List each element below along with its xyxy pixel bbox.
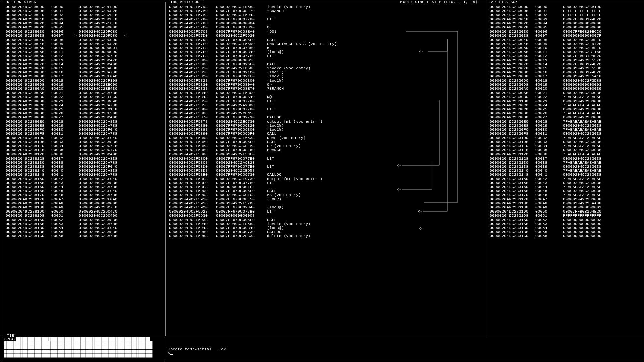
return-stack-row: 000002049C28819800051000002049C2DC400 xyxy=(6,214,162,218)
arith-stack-row: 000002049C2830180000300007FFB0B194E20 xyxy=(490,17,642,21)
return-stack-row: 000002049C28815000042000002049C2CF040 xyxy=(6,177,162,181)
arith-stack-row: 000002049C28306800013000002049C2F5578 xyxy=(490,58,642,62)
arith-stack-row: 000002049C28303800007000000000000007F xyxy=(490,34,642,38)
return-stack-panel: RETURN STACK 000002049C28800000000000002… xyxy=(2,2,165,336)
return-stack-row: 000002049C28812800037000002049C2CA838 xyxy=(6,157,162,161)
threaded-code-row: 000002049C2F5908000002049C2CC1C8MS (voc … xyxy=(169,193,482,197)
arith-stack-row: 000002049C283120000367FAEAEAEAEAEAEAE xyxy=(490,152,642,156)
arith-stack-row: 000002049C2830600001200007FFB0B194E20 xyxy=(490,54,642,58)
threaded-code-row: 000002049C2F5898000002049C2E6538DUMP (vo… xyxy=(169,136,482,140)
threaded-code-row: 000002049C2F57D800007FF670C096F0CALL xyxy=(169,38,482,42)
mode-label: MODE: SINGLE-STEP (F10, F11, F5) xyxy=(399,0,479,4)
arith-stack-row: 000002049C2830B0000227FAEAEAEAEAEAEAE xyxy=(490,95,642,99)
console-panel[interactable]: locate test-serial ...ok > xyxy=(165,336,644,360)
cursor-icon xyxy=(170,354,173,355)
threaded-code-row: 000002049C2F587000007FF670C09730CALLOC xyxy=(169,115,482,119)
arith-stack-row: 000002049C2831A0000520000000000000003 xyxy=(490,218,642,222)
return-stack-row: 000002049C28804000008000002049C29C000 xyxy=(6,38,162,42)
return-stack-row: 000002049C28808800017000002049C2CF040 xyxy=(6,74,162,78)
arith-stack-row: 000002049C283100000327FAEAEAEAEAEAEAE xyxy=(490,136,642,140)
arith-stack-row: 000002049C2830D800027000002049C283038 xyxy=(490,115,642,119)
return-stack-row: 000002049C28803800007->000002049C2DF580< xyxy=(6,34,162,38)
threaded-code-header: THREADED CODE xyxy=(169,0,203,4)
arith-stack-row: 000002049C2830F800031000002049C283038 xyxy=(490,132,642,136)
threaded-code-row: 000002049C2F59300000000000000008 xyxy=(169,214,482,218)
return-stack-row: 000002049C2880D800027000002049C2DC400 xyxy=(6,115,162,119)
threaded-code-row: 000002049C2F582000007FF670C091E0(loc2!) xyxy=(169,74,482,78)
threaded-code-row: 000002049C2F57A8000002049C2F5948 xyxy=(169,13,482,17)
threaded-code-row: 000002049C2F58C000007FF670C077B0LIT xyxy=(169,157,482,161)
threaded-code-panel: THREADED CODE MODE: SINGLE-STEP (F10, F1… xyxy=(165,2,486,336)
arith-stack-row: 000002049C28308800017000002049C2F5418 xyxy=(490,74,642,78)
return-stack-row: 000002049C28817000046000002049C2CA788 xyxy=(6,193,162,197)
return-stack-row: 000002049C2881C000056000002049C2CA788 xyxy=(6,234,162,238)
return-stack-row: 000002049C2881A000052000002049C2CA838 xyxy=(6,218,162,222)
threaded-code-row: 000002049C2F58E8000002049C2E9730output-f… xyxy=(169,177,482,181)
return-stack-row: 000002049C28814800041000002049C2CA788 xyxy=(6,173,162,177)
return-stack-row: 000002049C28806000012000002049C2DC7E8 xyxy=(6,54,162,58)
arith-stack-row: 000002049C28312800037000002049C283038 xyxy=(490,157,642,161)
return-stack-row: 000002049C28810000032000002049C2CF040 xyxy=(6,136,162,140)
return-stack-header: RETURN STACK xyxy=(6,0,37,4)
arith-stack-row: 000002049C28319800051FFFFFFFFFFFFFFFF xyxy=(490,214,642,218)
tib-break-label: BREAK xyxy=(4,337,16,341)
console-prompt: > xyxy=(168,351,170,355)
threaded-code-row: 000002049C2F57F800007FF670C077B0LIT xyxy=(169,54,482,58)
console-text: locate test-serial ...ok xyxy=(168,347,226,351)
arith-stack-row: 000002049C28314800041000002049C283038 xyxy=(490,173,642,177)
arith-stack-row: 000002049C283150000427FAEAEAEAEAEAEAE xyxy=(490,177,642,181)
tib-content: BREAK███████████████████████████████████… xyxy=(2,336,165,360)
arith-stack-row: 000002049C28301000002FFFFFFFFFFFFFFFF xyxy=(490,13,642,17)
arith-stack-rows: 000002049C28300000000000002049C2CB190000… xyxy=(486,2,644,240)
arith-stack-row: 000002049C283170000467FAEAEAEAEAEAEAE xyxy=(490,193,642,197)
return-stack-row: 000002049C28801800003000002049C28CFF8 xyxy=(6,17,162,21)
return-stack-row: 000002049C2880B000022000002049C2EFBC0 xyxy=(6,95,162,99)
return-stack-row: 000002049C28801000002000002049C282FF8 xyxy=(6,13,162,17)
arith-stack-header: ARITH STACK xyxy=(490,0,519,4)
tib-panel: TIB BREAK███████████████████████████████… xyxy=(2,336,165,360)
return-stack-row: 000002049C28817800047000002049C2CF040 xyxy=(6,197,162,201)
threaded-code-row: 000002049C2F584800007FF670C08A40R@ xyxy=(169,95,482,99)
threaded-code-row: 000002049C2F589000007FF670C096F0CALL xyxy=(169,132,482,136)
arith-stack-row: 000002049C28304000008000002049C2C8F10 xyxy=(490,38,642,42)
threaded-code-row: 000002049C2F593800007FF670C096F0CALL xyxy=(169,218,482,222)
arith-stack-row: 000002049C2831C0000560000000000000000 xyxy=(490,234,642,238)
threaded-code-row: 000002049C2F595800007FF670C2EC38delete (… xyxy=(169,234,482,238)
return-stack-row: 000002049C28806800013000002049C2DC470 xyxy=(6,58,162,62)
console-output: locate test-serial ...ok > xyxy=(168,337,643,355)
threaded-code-row: 000002049C2F57B000007FF670C077B0LIT xyxy=(169,17,482,21)
threaded-code-row: 000002049C2F58000000000000000018 xyxy=(169,58,482,62)
threaded-code-row: 000002049C2F591000007FF670C08F50(LOOP) xyxy=(169,197,482,201)
return-stack-rows: 000002049C28800000000000002049C2DFFD0000… xyxy=(2,2,165,240)
threaded-code-rows: 000002049C2F5798000002049C2ED588invoke (… xyxy=(166,2,486,240)
arith-stack-panel: ARITH STACK 000002049C283000000000000020… xyxy=(486,2,644,336)
threaded-code-row: 000002049C2F57D0000002049C2F5920 xyxy=(169,34,482,38)
threaded-code-row: 000002049C2F58E000007FF670C09730CALLOC xyxy=(169,173,482,177)
tib-header: TIB xyxy=(6,334,16,338)
threaded-code-row: 000002049C2F58B8000002049C2F58F0 xyxy=(169,152,482,156)
arith-stack-row: 000002049C28317800047000002049C283038 xyxy=(490,197,642,201)
return-stack-row: 000002049C2880F800031000002049C2CA788 xyxy=(6,132,162,136)
return-stack-row: 000002049C28812000036000002049C2DC400 xyxy=(6,152,162,156)
